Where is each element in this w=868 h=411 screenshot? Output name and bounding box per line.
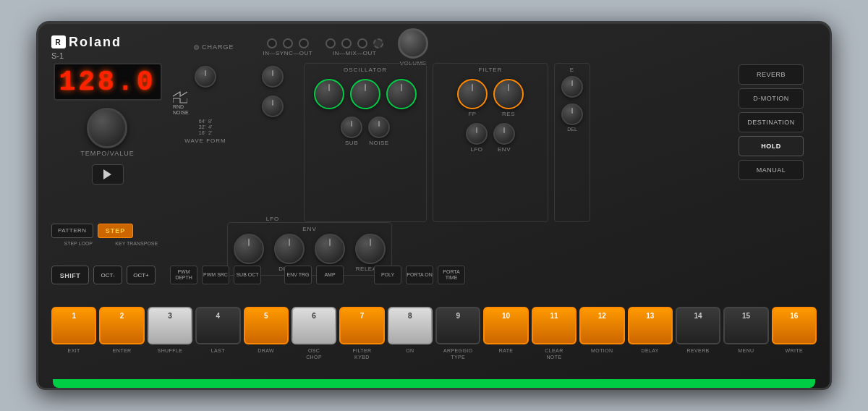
pattern-button[interactable]: PATTERN: [51, 224, 93, 238]
osc-sub-knob[interactable]: [341, 116, 362, 138]
key-label-text-8-0: ON: [406, 347, 414, 354]
key-number-12: 12: [598, 312, 606, 320]
filter-res-knob[interactable]: [493, 79, 524, 109]
key-label-group-13: DELAY: [628, 347, 673, 360]
env-right-label: E: [558, 67, 587, 73]
key-button-13[interactable]: 13: [628, 307, 673, 344]
play-button[interactable]: [92, 164, 124, 185]
step-button[interactable]: STEP: [98, 224, 134, 238]
key-button-6[interactable]: 6: [292, 307, 336, 344]
key-label-text-16-0: WRITE: [786, 347, 804, 354]
range-16: 16': [199, 130, 205, 135]
porta-time-button[interactable]: PORTA TIME: [438, 266, 465, 284]
key-button-4[interactable]: 4: [195, 307, 240, 344]
sub-oct-label: SUB OCT: [236, 272, 258, 278]
key-button-11[interactable]: 11: [532, 307, 576, 344]
key-label-group-12: MOTION: [579, 347, 624, 360]
key-button-15[interactable]: 15: [723, 307, 768, 344]
volume-area: VOLUME: [398, 28, 428, 67]
key-number-4: 4: [216, 312, 221, 320]
key-label-group-10: RATE: [483, 347, 528, 360]
filter-fp-knob[interactable]: [457, 79, 488, 109]
filter-env-knob[interactable]: [493, 123, 515, 145]
env-right-section: E DEL: [554, 63, 590, 222]
model-name: S-1: [51, 51, 122, 60]
key-label-group-14: REVERB: [676, 347, 720, 360]
key-button-12[interactable]: 12: [579, 307, 624, 344]
key-button-14[interactable]: 14: [676, 307, 720, 344]
release-knob[interactable]: [355, 234, 386, 264]
keys-area: 12345678910111213141516 EXITENTERSHUFFLE…: [51, 307, 817, 360]
key-number-3: 3: [168, 312, 172, 320]
brand-name: Roland: [69, 35, 122, 50]
destination-button[interactable]: DESTINATION: [739, 112, 804, 132]
shift-button[interactable]: SHIFT: [51, 266, 89, 284]
key-label-text-14-0: REVERB: [686, 347, 709, 354]
key-label-text-10-0: RATE: [499, 347, 514, 354]
reverb-button[interactable]: REVERB: [739, 64, 804, 85]
range-labels: 64' 32' 16': [199, 119, 205, 135]
tempo-knob-col: TEMPO/VALUE: [80, 105, 134, 157]
key-button-2[interactable]: 2: [99, 307, 144, 344]
decay-knob[interactable]: [274, 234, 305, 264]
oct-minus-button[interactable]: OCT-: [93, 266, 122, 284]
lfo-depth-knob[interactable]: [262, 96, 284, 117]
key-button-7[interactable]: 7: [339, 307, 384, 344]
osc-knob2-col: [350, 79, 380, 111]
key-button-16[interactable]: 16: [772, 307, 817, 344]
key-button-8[interactable]: 8: [388, 307, 433, 344]
filter-lfo-knob[interactable]: [466, 123, 488, 145]
key-button-9[interactable]: 9: [435, 307, 480, 344]
sync-label: IN—SYNC—OUT: [263, 50, 313, 56]
key-button-1[interactable]: 1: [51, 307, 96, 344]
play-icon: [103, 169, 111, 179]
keys-row: 12345678910111213141516: [51, 307, 817, 344]
key-number-16: 16: [790, 312, 798, 320]
osc-pitch-knob[interactable]: [314, 79, 344, 109]
step-labels-row: STEP LOOP KEY TRANSPOSE: [51, 241, 163, 246]
amp-button[interactable]: AMP: [316, 266, 344, 284]
jack-sync: [283, 38, 293, 48]
env-trg-button[interactable]: ENV TRG: [284, 266, 312, 284]
synth-inner: 128.0 TEMPO/VALUE: [51, 63, 817, 375]
key-label-text-4-0: LAST: [211, 347, 225, 354]
waveform-knob[interactable]: [195, 66, 216, 88]
osc-noise-knob[interactable]: [368, 116, 390, 138]
osc-top-knobs: [307, 79, 423, 111]
env-knob1[interactable]: [561, 76, 583, 98]
osc-mix-knob[interactable]: [386, 79, 417, 109]
hold-button[interactable]: HOLD: [739, 136, 804, 156]
porta-on-button[interactable]: PORTA ON: [406, 266, 433, 284]
mix-label: IN—MIX—OUT: [333, 50, 376, 56]
key-button-3[interactable]: 3: [148, 307, 192, 344]
pwm-src-button[interactable]: PWM SRC: [202, 266, 229, 284]
dmotion-button[interactable]: D-MOTION: [739, 88, 804, 109]
key-label-group-5: DRAW: [244, 347, 289, 360]
key-button-5[interactable]: 5: [244, 307, 289, 344]
filter-top-knobs: FP RES: [436, 79, 545, 117]
key-label-group-4: LAST: [195, 347, 240, 360]
key-label-group-15: MENU: [723, 347, 768, 360]
sub-oct-button[interactable]: SUB OCT: [234, 266, 261, 284]
attack-knob[interactable]: [234, 234, 264, 264]
key-number-13: 13: [646, 312, 654, 320]
poly-button[interactable]: POLY: [374, 266, 401, 284]
key-label-text-12-0: MOTION: [591, 347, 613, 354]
key-label-text-15-0: MENU: [738, 347, 754, 354]
osc-detune-knob[interactable]: [350, 79, 380, 109]
range-4: 4': [208, 124, 212, 130]
jack-group-sync: IN—SYNC—OUT: [263, 38, 313, 56]
lfo-rate-knob[interactable]: [262, 66, 284, 88]
volume-knob[interactable]: [398, 28, 428, 59]
jack-in2: [326, 38, 336, 48]
key-label-text-5-0: DRAW: [258, 347, 274, 354]
env-knob2[interactable]: [561, 103, 583, 125]
tempo-knob[interactable]: [87, 108, 127, 148]
wave-item-saw: [173, 91, 238, 97]
osc-sub-label: SUB: [345, 140, 358, 146]
oct-plus-button[interactable]: OCT+: [127, 266, 156, 284]
pwm-depth-button[interactable]: PWM DEPTH: [170, 266, 197, 284]
sustain-knob[interactable]: [315, 234, 345, 264]
manual-button[interactable]: MANUAL: [739, 160, 804, 180]
key-button-10[interactable]: 10: [483, 307, 528, 344]
